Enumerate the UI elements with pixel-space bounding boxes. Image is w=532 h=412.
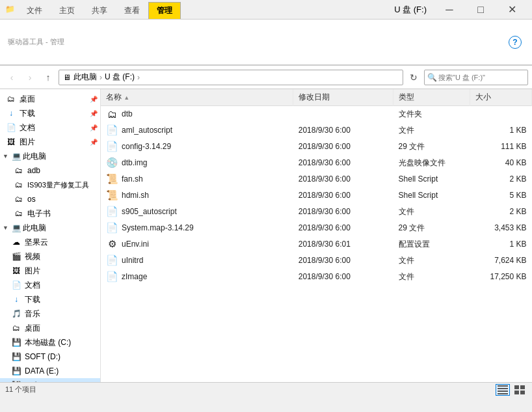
table-row[interactable]: 📄 zImage 2018/9/30 6:00 文件 17,250 KB — [101, 269, 532, 285]
file-name-cell: 🗂 dtb — [101, 106, 293, 122]
file-size: 1 KB — [470, 236, 532, 253]
file-name-cell: 📄 System.map-3.14.29 — [101, 220, 293, 236]
table-row[interactable]: 📄 aml_autoscript 2018/9/30 6:00 文件 1 KB — [101, 122, 532, 139]
table-row[interactable]: 🗂 dtb 文件夹 — [101, 106, 532, 122]
refresh-button[interactable]: ↻ — [406, 70, 421, 85]
sidebar-label-music: 音乐 — [25, 309, 40, 320]
sidebar-item-docs2[interactable]: 📄 文档 — [0, 278, 100, 292]
table-row[interactable]: 📄 s905_autoscript 2018/9/30 6:00 文件 2 KB — [101, 204, 532, 220]
search-input[interactable] — [438, 74, 528, 81]
file-name-cell: 📄 aml_autoscript — [101, 122, 293, 139]
download-icon-2: ↓ — [10, 294, 22, 305]
help-button[interactable]: ? — [509, 36, 522, 49]
file-size: 17,250 KB — [470, 269, 532, 285]
search-box[interactable]: 🔍 — [424, 70, 528, 85]
table-row[interactable]: 📄 System.map-3.14.29 2018/9/30 6:00 29 文… — [101, 220, 532, 236]
minimize-button[interactable]: ─ — [434, 0, 464, 20]
sidebar-item-video[interactable]: 🎬 视频 — [0, 249, 100, 264]
back-button[interactable]: ‹ — [4, 70, 20, 85]
sidebar-item-is903[interactable]: 🗂 IS903量产修复工具 — [0, 178, 100, 192]
sidebar-header-pc[interactable]: ▼ 💻 此电脑 — [0, 149, 100, 163]
tiles-icon — [514, 385, 525, 394]
file-date: 2018/9/30 6:00 — [293, 171, 393, 187]
path-sep-2: › — [137, 73, 140, 82]
sidebar-item-ebook[interactable]: 🗂 电子书 — [0, 206, 100, 221]
view-details-button[interactable] — [496, 384, 510, 396]
table-row[interactable]: 📜 hdmi.sh 2018/9/30 6:00 Shell Script 5 … — [101, 187, 532, 204]
pics-icon: 🖼 — [5, 136, 17, 148]
sidebar-item-adb[interactable]: 🗂 adb — [0, 163, 100, 178]
table-row[interactable]: ⚙ uEnv.ini 2018/9/30 6:01 配置设置 1 KB — [101, 236, 532, 253]
sidebar-label-thispc2: 此电脑 — [23, 223, 46, 234]
sidebar-item-e[interactable]: 💾 DATA (E:) — [0, 364, 100, 378]
tab-home[interactable]: 主页 — [51, 2, 83, 19]
expand-arrow: ▼ — [3, 153, 10, 159]
file-size: 5 KB — [470, 187, 532, 204]
sidebar-item-f[interactable]: 💾 U 盘 (F:) — [0, 378, 100, 382]
sidebar-label-video: 视频 — [25, 251, 40, 262]
col-header-date[interactable]: 修改日期 — [293, 89, 393, 106]
docs-icon: 📄 — [5, 122, 17, 133]
file-icon: 📄 — [106, 271, 118, 282]
tab-share[interactable]: 共享 — [83, 2, 116, 19]
file-icon: 📜 — [106, 189, 118, 201]
address-bar: ‹ › ↑ 🖥 此电脑 › U 盘 (F:) › ↻ 🔍 — [0, 66, 532, 89]
sidebar-label-nutcloud: 坚果云 — [25, 237, 48, 248]
file-icon: ⚙ — [106, 238, 118, 250]
table-row[interactable]: 📄 config-3.14.29 2018/9/30 6:00 29 文件 11… — [101, 139, 532, 155]
tab-manage[interactable]: 管理 — [148, 2, 181, 19]
file-type: 文件 — [393, 253, 470, 269]
table-row[interactable]: 💿 dtb.img 2018/9/30 6:00 光盘映像文件 40 KB — [101, 155, 532, 171]
sidebar-item-pics2[interactable]: 🖼 图片 — [0, 264, 100, 278]
address-part-pc: 此电脑 — [73, 72, 97, 83]
sidebar-item-pics[interactable]: 🖼 图片 📌 — [0, 135, 100, 149]
col-header-size[interactable]: 大小 — [470, 89, 532, 106]
folder-icon-os: 🗂 — [13, 193, 25, 205]
file-date: 2018/9/30 6:00 — [293, 155, 393, 171]
sidebar-item-d[interactable]: 💾 SOFT (D:) — [0, 350, 100, 364]
table-row[interactable]: 📜 fan.sh 2018/9/30 6:00 Shell Script 2 K… — [101, 171, 532, 187]
search-icon: 🔍 — [427, 73, 437, 82]
maximize-button[interactable]: □ — [466, 0, 496, 20]
file-name: zImage — [122, 272, 147, 281]
sidebar-item-nutcloud[interactable]: ☁ 坚果云 — [0, 235, 100, 249]
table-row[interactable]: 📄 uInitrd 2018/9/30 6:00 文件 7,624 KB — [101, 253, 532, 269]
sidebar-label-downloads2: 下载 — [25, 294, 40, 305]
file-date: 2018/9/30 6:01 — [293, 236, 393, 253]
file-icon: 📄 — [106, 141, 118, 152]
path-sep-1: › — [100, 73, 102, 82]
file-icon: 📄 — [106, 254, 118, 266]
file-size: 7,624 KB — [470, 253, 532, 269]
tab-view[interactable]: 查看 — [116, 2, 148, 19]
close-button[interactable]: ✕ — [497, 0, 527, 20]
sidebar-item-downloads[interactable]: ↓ 下载 📌 — [0, 106, 100, 120]
view-tiles-button[interactable] — [512, 384, 527, 396]
svg-rect-1 — [498, 388, 508, 389]
sidebar-label-adb: adb — [27, 166, 40, 175]
tab-file[interactable]: 文件 — [18, 2, 51, 19]
sidebar-item-os[interactable]: 🗂 os — [0, 192, 100, 206]
file-name-cell: 📜 fan.sh — [101, 171, 293, 187]
sidebar-header-thispc2[interactable]: ▼ 💻 此电脑 — [0, 221, 100, 235]
sidebar-item-music[interactable]: 🎵 音乐 — [0, 307, 100, 321]
sidebar-item-docs[interactable]: 📄 文档 📌 — [0, 120, 100, 135]
sidebar-item-downloads2[interactable]: ↓ 下载 — [0, 292, 100, 307]
forward-button[interactable]: › — [22, 70, 38, 85]
col-header-type[interactable]: 类型 — [393, 89, 470, 106]
address-path[interactable]: 🖥 此电脑 › U 盘 (F:) › — [59, 70, 403, 85]
sidebar-label-pics: 图片 — [20, 137, 35, 148]
sidebar-item-c[interactable]: 💾 本地磁盘 (C:) — [0, 335, 100, 350]
file-type: Shell Script — [393, 187, 470, 204]
up-button[interactable]: ↑ — [40, 70, 56, 85]
sidebar-label-thispc: 此电脑 — [23, 151, 46, 162]
pin-icon-2: 📌 — [90, 110, 98, 117]
main-area: 🗂 桌面 📌 ↓ 下载 📌 📄 文档 📌 🖼 图片 📌 ▼ 💻 此电脑 🗂 — [0, 89, 532, 382]
sidebar-label-f: U 盘 (F:) — [25, 380, 55, 383]
sidebar-label-desktop2: 桌面 — [25, 323, 40, 334]
file-name-cell: 📄 s905_autoscript — [101, 204, 293, 220]
sidebar-item-desktop[interactable]: 🗂 桌面 📌 — [0, 92, 100, 106]
pc-icon-2: 💻 — [12, 223, 21, 232]
col-header-name[interactable]: 名称 ▲ — [101, 89, 293, 106]
file-size: 3,453 KB — [470, 220, 532, 236]
sidebar-item-desktop2[interactable]: 🗂 桌面 — [0, 321, 100, 335]
